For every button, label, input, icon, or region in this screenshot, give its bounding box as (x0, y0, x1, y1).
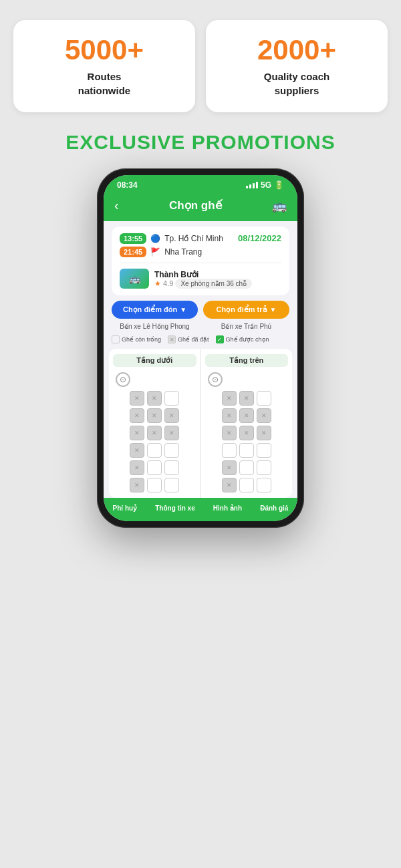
seat[interactable] (257, 478, 271, 492)
legend-empty: Ghế còn trống (112, 335, 161, 343)
legend-selected: ✓ Ghế được chọn (216, 335, 269, 343)
upper-seats-grid: ✕ ✕ ✕ ✕ ✕ ✕ ✕ ✕ (205, 391, 289, 492)
seat[interactable]: ✕ (239, 426, 254, 440)
seat[interactable] (239, 443, 254, 458)
stat-number-routes: 5000+ (24, 35, 184, 65)
nav-bus-info[interactable]: Thông tin xe (155, 504, 194, 512)
seat[interactable] (257, 460, 271, 475)
stat-desc-routes: Routesnationwide (24, 69, 184, 98)
seat[interactable] (147, 443, 162, 458)
stop-selector-row: Chọn điểm đón ▼ Chọn điểm trả ▼ (112, 301, 289, 319)
dropoff-chevron-icon: ▼ (270, 306, 277, 313)
bus-thumbnail: 🚌 (120, 269, 149, 289)
bar3 (253, 183, 255, 188)
seat[interactable]: ✕ (222, 408, 237, 423)
arrival-place: Nha Trang (164, 247, 202, 257)
bus-type: Xe phòng nằm 36 chỗ (175, 279, 252, 289)
upper-row-5: ✕ (205, 460, 289, 475)
upper-row-6: ✕ (205, 478, 289, 492)
seat[interactable]: ✕ (164, 408, 179, 423)
bar1 (246, 186, 248, 188)
bar4 (256, 182, 258, 188)
bus-name: Thành Bưởi (154, 270, 252, 279)
trip-card: 13:55 🔵 Tp. Hồ Chí Minh 21:45 🚩 Nha Tran… (112, 227, 289, 295)
seat[interactable]: ✕ (222, 460, 237, 475)
departure-dot: 🔵 (150, 234, 160, 243)
seat[interactable]: ✕ (222, 478, 237, 492)
legend-booked: ✕ Ghế đã đặt (168, 335, 209, 343)
seat[interactable]: ✕ (130, 408, 144, 423)
seat[interactable]: ✕ (130, 391, 144, 406)
seat[interactable]: ✕ (147, 408, 162, 423)
lower-row-4: ✕ (113, 443, 196, 458)
nav-images[interactable]: Hình ảnh (213, 504, 242, 512)
seat[interactable]: ✕ (257, 426, 271, 440)
seat[interactable]: ✕ (130, 426, 144, 440)
bus-info-row: 🚌 Thành Bưởi ★ 4.9 Xe phòng nằm 36 chỗ (120, 263, 281, 289)
pickup-stop-button[interactable]: Chọn điểm đón ▼ (112, 301, 198, 319)
arrival-badge: 21:45 🚩 Nha Trang (120, 247, 223, 257)
arrival-flag: 🚩 (150, 247, 160, 257)
seat[interactable] (257, 391, 271, 406)
lower-row-6: ✕ (113, 478, 196, 492)
trip-times-left: 13:55 🔵 Tp. Hồ Chí Minh 21:45 🚩 Nha Tran… (120, 233, 223, 257)
seat[interactable]: ✕ (222, 426, 237, 440)
seat-map: Tầng dưới ⊙ ✕ ✕ ✕ ✕ ✕ (109, 349, 292, 498)
upper-steering-icon: ⊙ (208, 372, 223, 387)
nav-reviews[interactable]: Đánh giá (260, 504, 288, 512)
legend-selected-box: ✓ (216, 335, 224, 343)
seat[interactable] (147, 460, 162, 475)
departure-place: Tp. Hồ Chí Minh (164, 234, 223, 243)
seat[interactable] (239, 478, 254, 492)
seat[interactable]: ✕ (257, 408, 271, 423)
phone-mockup: 08:34 5G 🔋 ‹ Chọn ghế 🚌 (97, 168, 304, 528)
arrival-time: 21:45 (120, 247, 146, 257)
upper-floor-title: Tầng trên (205, 354, 289, 367)
seat[interactable]: ✕ (147, 426, 162, 440)
upper-row-1: ✕ ✕ (205, 391, 289, 406)
lower-seats-grid: ✕ ✕ ✕ ✕ ✕ ✕ ✕ ✕ (113, 391, 196, 492)
bottom-nav: Phí huỷ Thông tin xe Hình ảnh Đánh giá (104, 498, 297, 521)
seat[interactable] (257, 443, 271, 458)
pickup-chevron-icon: ▼ (180, 306, 186, 313)
seat[interactable]: ✕ (130, 460, 144, 475)
departure-time: 13:55 (120, 233, 146, 244)
lower-floor: Tầng dưới ⊙ ✕ ✕ ✕ ✕ ✕ (109, 349, 200, 498)
bus-icon[interactable]: 🚌 (272, 198, 287, 213)
seat[interactable]: ✕ (130, 478, 144, 492)
seat[interactable]: ✕ (147, 391, 162, 406)
stat-card-routes: 5000+ Routesnationwide (13, 20, 195, 112)
seat[interactable] (164, 391, 179, 406)
seat[interactable] (164, 443, 179, 458)
departure-badge: 13:55 🔵 Tp. Hồ Chí Minh (120, 233, 223, 244)
trip-times-row: 13:55 🔵 Tp. Hồ Chí Minh 21:45 🚩 Nha Tran… (120, 233, 281, 257)
seat[interactable]: ✕ (164, 426, 179, 440)
legend-booked-box: ✕ (168, 335, 176, 343)
status-bar: 08:34 5G 🔋 (104, 175, 297, 192)
network-type: 5G (261, 180, 271, 190)
stat-card-suppliers: 2000+ Quality coachsuppliers (206, 20, 388, 112)
dropoff-stop-button[interactable]: Chọn điểm trả ▼ (203, 301, 289, 319)
status-right: 5G 🔋 (246, 180, 284, 190)
phone-outer: 08:34 5G 🔋 ‹ Chọn ghế 🚌 (97, 168, 304, 528)
pickup-stop-name: Bến xe Lê Hồng Phong (112, 323, 198, 330)
upper-floor: Tầng trên ⊙ ✕ ✕ ✕ ✕ ✕ (201, 349, 293, 498)
promo-title: EXCLUSIVE PROMOTIONS (65, 131, 335, 154)
seat[interactable] (239, 460, 254, 475)
seat[interactable]: ✕ (239, 391, 254, 406)
nav-cancel[interactable]: Phí huỷ (113, 504, 138, 512)
seat[interactable] (164, 478, 179, 492)
lower-steering-icon: ⊙ (116, 372, 130, 387)
bar2 (249, 184, 251, 188)
seat[interactable]: ✕ (222, 391, 237, 406)
seat[interactable] (222, 443, 237, 458)
seat[interactable]: ✕ (130, 443, 144, 458)
signal-bars (246, 182, 258, 188)
seat[interactable]: ✕ (239, 408, 254, 423)
back-button[interactable]: ‹ (114, 198, 119, 213)
dropoff-stop-name: Bến xe Trần Phú (203, 323, 289, 330)
stats-row: 5000+ Routesnationwide 2000+ Quality coa… (13, 20, 388, 112)
seat[interactable] (164, 460, 179, 475)
battery-icon: 🔋 (274, 180, 284, 190)
seat[interactable] (147, 478, 162, 492)
